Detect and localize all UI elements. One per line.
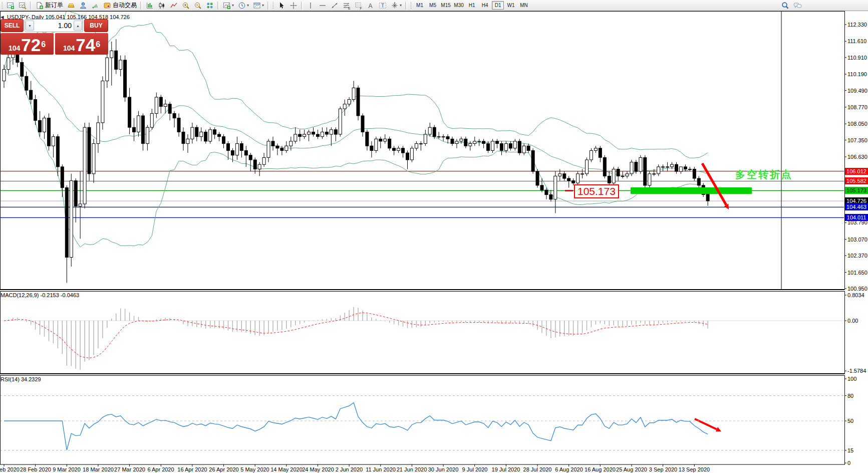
- price-tick: 101.650: [847, 270, 867, 276]
- date-tick: 6 Aug 2020: [555, 466, 583, 472]
- bollinger-bands-layer: [4, 9, 708, 247]
- date-tick: 13 Sep 2020: [679, 466, 710, 472]
- sell-price-sup: 6: [41, 36, 46, 53]
- date-tick: 11 Jun 2020: [366, 466, 396, 472]
- buy-price-sup: 6: [96, 36, 100, 53]
- candles-layer: [3, 39, 709, 283]
- date-tick: 27 Mar 2020: [114, 466, 145, 472]
- price-badge: 105.582: [845, 177, 868, 184]
- date-tick: 26 Apr 2020: [209, 466, 238, 472]
- date-tick: 3 Sep 2020: [649, 466, 677, 472]
- price-tick: 103.070: [847, 237, 867, 243]
- price-tick: 106.630: [847, 154, 867, 160]
- buy-price-big: 74: [76, 37, 95, 53]
- price-tick: 110.910: [847, 55, 867, 61]
- date-tick: 18 Mar 2020: [83, 466, 114, 472]
- price-tick: 108.770: [847, 104, 867, 110]
- one-click-trading-panel: SELL ▼ ▲ BUY 104 72 6 104 74 6: [1, 19, 108, 55]
- rsi-tick: 80: [847, 393, 853, 399]
- macd-tick: 0.00: [847, 318, 858, 324]
- date-tick: 6 Apr 2020: [147, 466, 174, 472]
- turning-point-annotation: 多空转折点: [735, 168, 793, 181]
- rsi-layer: [0, 396, 844, 450]
- date-tick: 24 May 2020: [302, 466, 334, 472]
- price-tick: 102.370: [847, 253, 867, 259]
- level-lines: [0, 12, 844, 289]
- buy-price-button[interactable]: 104 74 6: [55, 33, 108, 55]
- date-tick: 14 May 2020: [270, 466, 303, 472]
- price-annotation: 105.173: [574, 184, 619, 198]
- price-tag-dash: [565, 190, 573, 191]
- sell-price-button[interactable]: 104 72 6: [1, 33, 54, 55]
- price-badge: 104.011: [845, 214, 868, 221]
- date-tick: 30 Jun 2020: [428, 466, 459, 472]
- mt4-window: 新订单自动交易▾▾▾EFAT▾M1M5M15M30H1H4D1W1MN USDJ…: [0, 0, 868, 473]
- buy-button[interactable]: BUY: [84, 19, 108, 32]
- macd-tick: -1.5784: [847, 368, 866, 374]
- price-tick: 109.490: [847, 88, 867, 94]
- chart-canvas[interactable]: [0, 0, 868, 473]
- price-badge: 106.012: [845, 168, 868, 175]
- date-tick: 2 Jun 2020: [336, 466, 363, 472]
- macd-layer: [0, 307, 844, 370]
- rsi-label: RSI(14) 34.2329: [1, 376, 41, 382]
- rsi-tick: 0: [847, 460, 850, 466]
- date-tick: 28 Feb 2020: [20, 466, 51, 472]
- price-tick: 100.950: [847, 286, 867, 292]
- price-tick: 108.050: [847, 121, 867, 127]
- sell-button[interactable]: SELL: [1, 19, 24, 32]
- volume-input[interactable]: [34, 21, 74, 30]
- date-tick: 28 Jul 2020: [523, 466, 552, 472]
- macd-tick: 0.8034: [847, 292, 864, 298]
- price-badge: 105.173: [845, 187, 868, 194]
- price-tick: 110.190: [847, 71, 867, 77]
- date-tick: 5 May 2020: [240, 466, 269, 472]
- date-tick: 9 Jul 2020: [462, 466, 488, 472]
- sell-price-big: 72: [21, 37, 41, 53]
- rsi-tick: 50: [847, 418, 853, 424]
- date-tick: 9 Mar 2020: [53, 466, 81, 472]
- date-tick: 16 Apr 2020: [177, 466, 207, 472]
- date-tick: 16 Aug 2020: [585, 466, 616, 472]
- date-tick: 19 Jul 2020: [492, 466, 520, 472]
- rsi-tick: 100: [847, 376, 856, 382]
- volume-down-button[interactable]: ▼: [26, 21, 34, 31]
- sell-price-base: 104: [9, 43, 20, 53]
- rsi-tick: 15: [847, 447, 853, 453]
- date-tick: 21 Jun 2020: [397, 466, 427, 472]
- buy-price-base: 104: [63, 43, 75, 53]
- date-tick: 25 Aug 2020: [616, 466, 647, 472]
- volume-up-button[interactable]: ▲: [74, 21, 82, 31]
- volume-spinner: ▼ ▲: [25, 19, 83, 32]
- price-badge: 104.463: [845, 203, 868, 210]
- price-tick: 107.350: [847, 137, 867, 143]
- price-tick: 111.610: [847, 38, 866, 44]
- price-tick: 112.330: [847, 22, 867, 28]
- macd-label: MACD(12,26,9) -0.2153 -0.0463: [1, 292, 79, 298]
- date-tick: 19 Feb 2020: [0, 466, 20, 472]
- annotation-layer: [631, 163, 752, 431]
